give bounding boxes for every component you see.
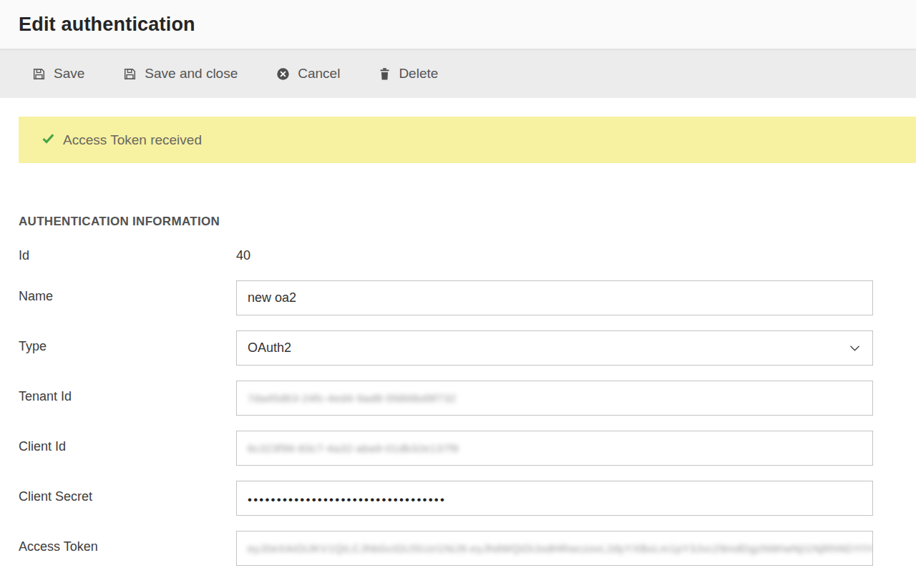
access-token-label: Access Token bbox=[19, 531, 236, 555]
field-row-type: Type OAuth2 bbox=[19, 330, 873, 366]
access-token-input[interactable]: eyJ0eXAiOiJKV1QiLCJhbGciOiJSUzI1NiJ9.eyJ… bbox=[236, 531, 873, 566]
client-id-label: Client Id bbox=[19, 431, 236, 455]
cancel-icon bbox=[276, 67, 290, 81]
checkmark-icon bbox=[42, 132, 55, 148]
chevron-down-icon bbox=[849, 345, 860, 351]
type-select[interactable]: OAuth2 bbox=[236, 330, 873, 366]
field-row-client-id: Client Id 6c323f96-83c7-4a32-aba9-01db32… bbox=[19, 431, 873, 466]
page-title: Edit authentication bbox=[19, 14, 195, 36]
client-secret-input[interactable]: •••••••••••••••••••••••••••••••••• bbox=[236, 481, 873, 516]
name-input-value: new oa2 bbox=[248, 290, 296, 305]
delete-icon bbox=[379, 67, 391, 81]
save-icon bbox=[32, 67, 46, 81]
tenant-id-label: Tenant Id bbox=[19, 381, 236, 405]
cancel-button[interactable]: Cancel bbox=[265, 59, 351, 89]
client-secret-label: Client Secret bbox=[19, 481, 236, 505]
field-row-access-token: Access Token eyJ0eXAiOiJKV1QiLCJhbGciOiJ… bbox=[19, 531, 873, 566]
client-secret-input-masked-value: •••••••••••••••••••••••••••••••••• bbox=[248, 491, 446, 506]
save-button[interactable]: Save bbox=[21, 59, 96, 89]
section-title: AUTHENTICATION INFORMATION bbox=[19, 215, 873, 229]
delete-button-label: Delete bbox=[399, 66, 438, 82]
save-and-close-button[interactable]: Save and close bbox=[112, 59, 249, 89]
toolbar: Save Save and close Cancel bbox=[0, 49, 916, 98]
type-label: Type bbox=[19, 330, 236, 355]
tenant-id-input-value-blurred: 7da45d63-24fc-4ed4-9ad8-5fd66bd9f732 bbox=[248, 392, 457, 404]
field-row-id: Id 40 bbox=[19, 248, 873, 266]
name-label: Name bbox=[19, 280, 236, 305]
type-select-value: OAuth2 bbox=[248, 340, 291, 356]
field-row-name: Name new oa2 bbox=[19, 280, 873, 315]
name-input[interactable]: new oa2 bbox=[236, 280, 873, 315]
client-id-input-value-blurred: 6c323f96-83c7-4a32-aba9-01db32e137f9 bbox=[248, 442, 459, 454]
status-banner: Access Token received bbox=[19, 117, 916, 163]
client-id-input[interactable]: 6c323f96-83c7-4a32-aba9-01db32e137f9 bbox=[236, 431, 873, 466]
tenant-id-input[interactable]: 7da45d63-24fc-4ed4-9ad8-5fd66bd9f732 bbox=[236, 381, 873, 416]
save-and-close-button-label: Save and close bbox=[145, 66, 238, 82]
id-value: 40 bbox=[236, 248, 250, 263]
form-content: AUTHENTICATION INFORMATION Id 40 Name ne… bbox=[0, 163, 916, 588]
id-label: Id bbox=[19, 248, 236, 264]
save-icon bbox=[123, 67, 137, 81]
cancel-button-label: Cancel bbox=[298, 66, 340, 82]
page-header: Edit authentication bbox=[0, 0, 916, 49]
field-row-client-secret: Client Secret ••••••••••••••••••••••••••… bbox=[19, 481, 873, 516]
field-row-tenant-id: Tenant Id 7da45d63-24fc-4ed4-9ad8-5fd66b… bbox=[19, 381, 873, 416]
access-token-input-value-blurred: eyJ0eXAiOiJKV1QiLCJhbGciOiJSUzI1NiJ9.eyJ… bbox=[248, 542, 873, 554]
save-button-label: Save bbox=[54, 66, 84, 82]
delete-button[interactable]: Delete bbox=[367, 59, 449, 89]
status-banner-text: Access Token received bbox=[63, 132, 202, 148]
